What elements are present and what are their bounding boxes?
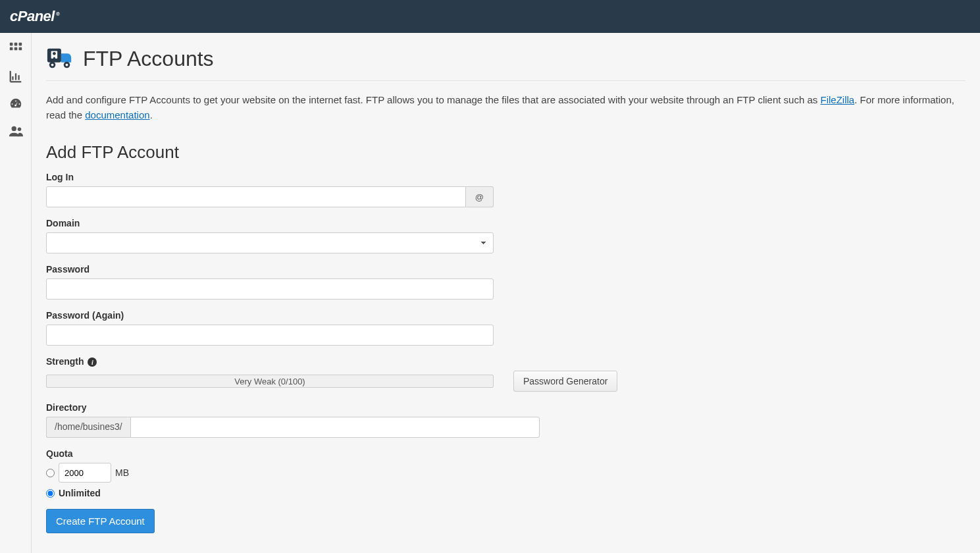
- login-input[interactable]: [46, 186, 466, 207]
- svg-rect-4: [14, 47, 17, 51]
- svg-point-12: [17, 128, 21, 132]
- strength-meter: Very Weak (0/100): [46, 375, 494, 388]
- domain-select[interactable]: [46, 232, 494, 253]
- directory-prefix: /home/busines3/: [46, 417, 130, 438]
- quota-value-input[interactable]: [59, 463, 111, 483]
- password-label: Password: [46, 264, 966, 275]
- quota-limited-radio[interactable]: [46, 469, 55, 477]
- brand-logo: cPanel: [10, 8, 59, 25]
- svg-rect-1: [14, 43, 17, 46]
- svg-rect-3: [9, 47, 13, 51]
- svg-rect-2: [18, 43, 22, 46]
- password-again-input[interactable]: [46, 325, 494, 346]
- stats-icon[interactable]: [8, 68, 24, 84]
- app-header: cPanel: [0, 0, 980, 33]
- intro-text: Add and configure FTP Accounts to get yo…: [46, 93, 966, 122]
- password-again-label: Password (Again): [46, 310, 966, 321]
- directory-label: Directory: [46, 402, 966, 413]
- filezilla-link[interactable]: FileZilla: [820, 94, 854, 105]
- info-icon[interactable]: i: [88, 357, 97, 367]
- documentation-link[interactable]: documentation: [85, 109, 149, 120]
- create-ftp-account-button[interactable]: Create FTP Account: [46, 509, 155, 533]
- directory-input[interactable]: [130, 417, 540, 438]
- main-content: FTP Accounts Add and configure FTP Accou…: [32, 33, 980, 553]
- page-title: FTP Accounts: [83, 47, 214, 71]
- svg-rect-0: [9, 43, 13, 46]
- add-ftp-section-title: Add FTP Account: [46, 142, 966, 163]
- unlimited-label: Unlimited: [59, 488, 101, 498]
- grid-icon[interactable]: [8, 41, 24, 57]
- at-addon: @: [466, 186, 494, 207]
- quota-label: Quota: [46, 448, 966, 459]
- svg-rect-5: [18, 47, 22, 51]
- dashboard-icon[interactable]: [8, 96, 24, 112]
- password-input[interactable]: [46, 278, 494, 300]
- quota-unlimited-radio[interactable]: [46, 489, 55, 498]
- mb-label: MB: [115, 467, 129, 478]
- svg-point-11: [11, 126, 16, 131]
- strength-label: Strength i: [46, 356, 966, 367]
- users-icon[interactable]: [8, 124, 24, 140]
- domain-label: Domain: [46, 218, 966, 228]
- svg-point-15: [53, 52, 56, 55]
- svg-point-19: [66, 64, 68, 66]
- login-label: Log In: [46, 172, 966, 182]
- password-generator-button[interactable]: Password Generator: [513, 371, 617, 392]
- ftp-truck-icon: [46, 45, 74, 72]
- sidebar-nav: [0, 33, 32, 553]
- svg-point-17: [51, 64, 54, 66]
